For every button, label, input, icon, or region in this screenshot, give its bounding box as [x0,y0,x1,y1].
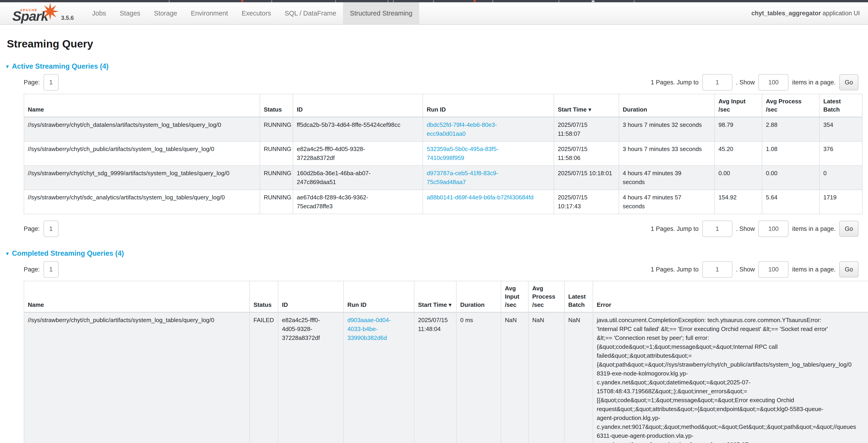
tab-stages[interactable]: Stages [113,2,147,24]
tab-executors[interactable]: Executors [235,2,278,24]
col-latest-batch[interactable]: Latest Batch [819,94,862,117]
cell-avg-input: 98.79 [715,117,762,142]
cell-name: //sys/strawberry/chyt/ch_public/artifact… [24,142,260,166]
browser-chrome-remnant [388,0,389,2]
show-items-input[interactable] [758,220,788,237]
cell-name: //sys/strawberry/chyt/chyt_sdg_9999/arti… [24,166,260,190]
run-id-link[interactable]: d973787a-ceb5-41f8-83c9- 75c59ad48aa7 [427,170,498,185]
run-id-link[interactable]: d903aaae-0d04- 4033-b4be- 33990b382d6d [347,317,391,341]
jump-to-input[interactable] [702,261,733,277]
col-name[interactable]: Name [24,94,260,117]
run-id-link[interactable]: a88b0141-d69f-44e9-b6fa-b72f430684fd [427,194,533,201]
tab-storage[interactable]: Storage [147,2,184,24]
col-run-id[interactable]: Run ID [423,94,554,117]
collapse-arrow-icon: ▾ [6,251,9,257]
cell-start-time: 2025/07/15 10:17:43 [554,190,619,214]
cell-latest-batch: 0 [819,166,862,190]
page-content: Streaming Query ▾ Active Streaming Queri… [0,37,868,443]
cell-avg-process: 0.00 [762,166,819,190]
run-id-link[interactable]: dbdc52fd-79f4-4eb6-80e3- ecc9a0d01aa0 [427,121,497,137]
cell-start-time: 2025/07/15 10:18:01 [554,166,619,190]
cell-latest-batch: 354 [819,117,862,142]
cell-start-time: 2025/07/15 11:48:04 [414,312,456,443]
page-label: Page: [24,266,40,273]
tab-environment[interactable]: Environment [184,2,235,24]
total-pages-text: 1 Pages. Jump to [651,79,699,86]
table-row: //sys/strawberry/chyt/sdc_analytics/arti… [24,190,862,214]
show-text: . Show [736,226,755,232]
cell-avg-input: NaN [501,312,528,443]
items-per-page-text: items in a page. [792,266,836,273]
browser-chrome-remnant [241,0,243,2]
cell-id: e82a4c25-fff0-4d05-9328- 37228a8372df [293,142,423,166]
col-status[interactable]: Status [250,281,278,312]
cell-start-time: 2025/07/15 11:58:06 [554,142,619,166]
application-name: chyt_tables_aggregator [751,10,821,17]
run-id-link[interactable]: 532359a5-5b0c-495a-83f5- 7410c998f959 [427,146,498,161]
nav-tabs: Jobs Stages Storage Environment Executor… [85,2,419,24]
spark-logo: APACHE Spark 3.5.6 [7,2,82,24]
jump-to-input[interactable] [702,220,733,237]
col-start-time-sorted[interactable]: Start Time ▾ [554,94,619,117]
col-status[interactable]: Status [260,94,293,117]
col-error[interactable]: Error [593,281,868,312]
col-avg-process[interactable]: Avg Process /sec [528,281,564,312]
col-name[interactable]: Name [24,281,250,312]
cell-run-id: d973787a-ceb5-41f8-83c9- 75c59ad48aa7 [423,166,554,190]
page-number-input[interactable] [43,74,59,91]
browser-chrome-remnant [634,0,634,2]
cell-avg-input: 0.00 [715,166,762,190]
tab-sql-dataframe[interactable]: SQL / DataFrame [278,2,343,24]
col-start-time-sorted[interactable]: Start Time ▾ [414,281,456,312]
completed-queries-section-header[interactable]: ▾ Completed Streaming Queries (4) [6,249,862,258]
cell-name: //sys/strawberry/chyt/ch_datalens/artifa… [24,117,260,142]
tab-structured-streaming[interactable]: Structured Streaming [343,2,419,24]
table-header-row: Name Status ID Run ID Start Time ▾ Durat… [24,94,862,117]
col-avg-input[interactable]: Avg Input /sec [501,281,528,312]
tab-jobs[interactable]: Jobs [85,2,113,24]
col-id[interactable]: ID [293,94,423,117]
col-latest-batch[interactable]: Latest Batch [564,281,593,312]
page-number-input[interactable] [43,220,59,237]
completed-pagination-top: Page: 1 Pages. Jump to . Show items in a… [24,261,862,277]
cell-duration: 4 hours 47 minutes 39 seconds [619,166,715,190]
col-id[interactable]: ID [278,281,343,312]
show-items-input[interactable] [758,74,788,91]
cell-latest-batch: 1719 [819,190,862,214]
jump-to-input[interactable] [702,74,733,91]
col-duration[interactable]: Duration [456,281,501,312]
col-duration[interactable]: Duration [619,94,715,117]
go-button[interactable]: Go [839,75,859,90]
col-avg-input[interactable]: Avg Input /sec [715,94,762,117]
cell-run-id: a88b0141-d69f-44e9-b6fa-b72f430684fd [423,190,554,214]
application-title-suffix: application UI [821,10,860,17]
page-number-input[interactable] [43,261,59,277]
cell-avg-process: NaN [528,312,564,443]
cell-status: RUNNING [260,117,293,142]
col-run-id[interactable]: Run ID [343,281,414,312]
browser-chrome-remnant [592,0,594,2]
page-title: Streaming Query [7,37,862,50]
go-button[interactable]: Go [839,261,859,277]
col-avg-process[interactable]: Avg Process /sec [762,94,819,117]
browser-chrome-remnant [393,0,394,2]
browser-chrome-remnant [492,0,493,2]
cell-duration: 3 hours 7 minutes 33 seconds [619,142,715,166]
completed-queries-title[interactable]: Completed Streaming Queries (4) [12,249,124,258]
cell-duration: 0 ms [456,312,501,443]
active-queries-title[interactable]: Active Streaming Queries (4) [12,62,109,70]
show-items-input[interactable] [758,261,788,277]
browser-chrome-remnant [335,0,336,2]
browser-chrome-remnant [271,0,272,2]
cell-avg-input: 154.92 [715,190,762,214]
table-row: //sys/strawberry/chyt/ch_datalens/artifa… [24,117,862,142]
cell-status: RUNNING [260,142,293,166]
cell-avg-process: 2.88 [762,117,819,142]
cell-id: ff5dca2b-5b73-4d64-8ffe-55424cef98cc [293,117,423,142]
active-queries-section-header[interactable]: ▾ Active Streaming Queries (4) [6,62,862,70]
cell-duration: 3 hours 7 minutes 32 seconds [619,117,715,142]
completed-queries-zone: Page: 1 Pages. Jump to . Show items in a… [24,261,862,443]
active-pagination-bottom: Page: 1 Pages. Jump to . Show items in a… [24,220,862,237]
go-button[interactable]: Go [839,221,859,237]
browser-chrome-remnant [558,0,559,2]
